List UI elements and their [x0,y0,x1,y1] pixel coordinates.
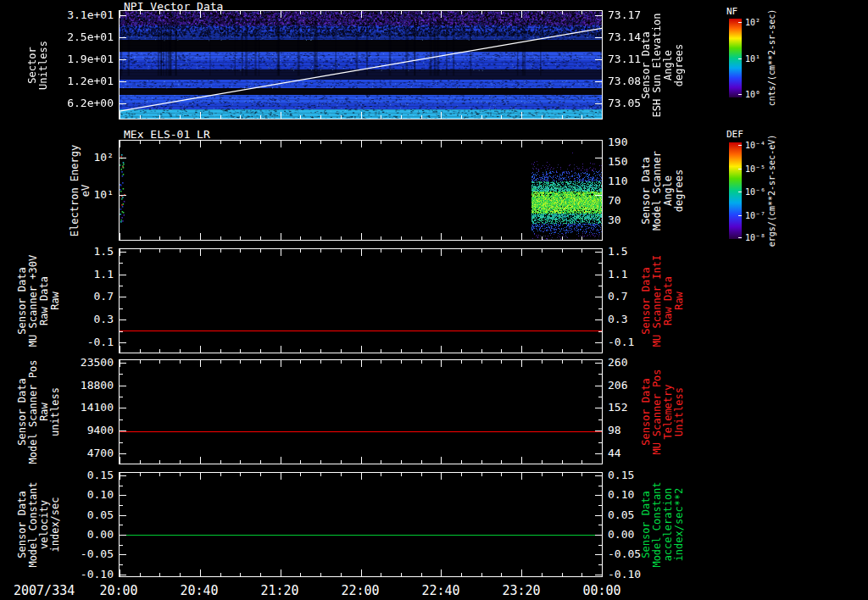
y-tick [595,342,602,343]
x-tick [521,360,522,367]
x-tick [140,115,141,119]
x-tick [602,141,603,147]
x-tick [481,460,482,464]
x-tick [361,249,362,256]
x-tick-label: 22:40 [411,583,470,598]
y-tick [120,515,126,516]
y-tick [595,319,602,320]
y-tick-label-right: 152 [608,402,627,414]
x-tick [521,11,522,18]
x-tick [180,460,181,464]
x-tick [461,473,462,476]
y-tick-minor [598,331,602,332]
right-axis-title-panel-1: Sensor Data ESH Sun Elevation Angle degr… [641,13,685,117]
x-tick [300,115,301,119]
data-line-mu-scanner-raw [120,331,602,331]
x-tick [421,141,422,144]
x-tick [542,349,542,353]
x-tick [140,573,141,576]
x-tick-label: 20:00 [89,583,148,598]
y-tick-minor [120,286,123,286]
y-tick-minor [120,505,123,506]
x-tick [240,236,241,240]
x-tick [481,573,482,576]
x-tick [581,360,582,364]
x-tick [159,11,160,14]
x-tick [481,236,482,240]
x-tick [361,473,362,480]
left-axis-title-panel-2: Electron Energy eV [70,144,92,236]
left-axis-title-panel-5: Sensor Data Model Constant velocity inde… [17,481,61,567]
x-tick [581,573,582,576]
colorbar-tick-label: 10⁻⁶ [745,187,765,197]
x-tick [159,460,160,464]
y-tick-label-right: -0.1 [608,336,634,348]
x-tick [220,573,221,576]
x-tick [341,473,342,476]
x-tick [180,573,181,576]
y-tick [120,103,126,104]
x-tick [220,460,221,464]
y-tick [120,37,126,38]
y-tick-label: 3.1e+01 [0,9,114,21]
x-tick [300,460,301,464]
x-tick [240,11,241,14]
x-tick [180,249,181,253]
left-axis-title-panel-1: Sector Unitless [27,41,49,90]
x-tick [461,573,462,576]
x-tick [320,460,321,464]
x-tick [159,473,160,476]
x-tick [481,349,482,353]
x-tick [542,573,542,576]
x-tick [501,115,502,119]
x-tick [361,141,362,147]
x-tick [401,349,402,353]
x-tick [341,11,342,14]
x-tick [562,460,563,464]
x-tick [481,115,482,119]
x-tick [501,460,502,464]
colorbar-tick [738,237,742,238]
x-tick [200,141,201,147]
y-tick-minor [598,525,602,525]
x-tick [260,349,261,353]
x-tick [159,141,160,144]
x-tick [421,115,422,119]
x-tick [521,141,522,147]
x-tick [381,473,381,476]
y-tick [595,475,602,476]
x-tick [562,115,563,119]
x-tick [320,236,321,240]
y-tick-label-right: 0.7 [608,291,627,303]
y-tick [120,195,126,196]
y-tick-label-right: 1.1 [608,269,627,281]
x-tick [220,236,221,240]
x-tick [260,141,261,144]
y-tick [595,158,602,158]
y-tick-label-right: 150 [608,156,627,168]
panel-npi-vector-data [119,10,603,119]
x-tick [341,360,342,364]
x-tick [281,346,281,353]
x-tick [120,141,120,147]
x-tick [361,457,362,464]
y-tick [120,453,126,454]
y-tick-minor [598,263,602,264]
x-tick [581,349,582,353]
x-tick-label: 23:20 [492,583,551,598]
y-tick [595,495,602,496]
right-axis-title-panel-5: Sensor Data Model Constant acceleration … [641,481,685,567]
x-tick [281,249,281,256]
x-tick [220,141,221,144]
y-tick [120,386,126,386]
colorbar-tick [738,169,742,169]
x-tick [581,141,582,144]
x-tick [281,569,281,576]
x-tick [441,141,442,147]
x-tick [281,473,281,480]
x-tick [542,11,542,14]
y-tick-label-right: 98 [608,425,621,436]
colorbar-tick-label: 10⁻⁷ [745,211,765,220]
right-axis-title-panel-4: Sensor Data MU Scanner Pos Telemetry Uni… [641,369,685,454]
x-tick [501,473,502,476]
